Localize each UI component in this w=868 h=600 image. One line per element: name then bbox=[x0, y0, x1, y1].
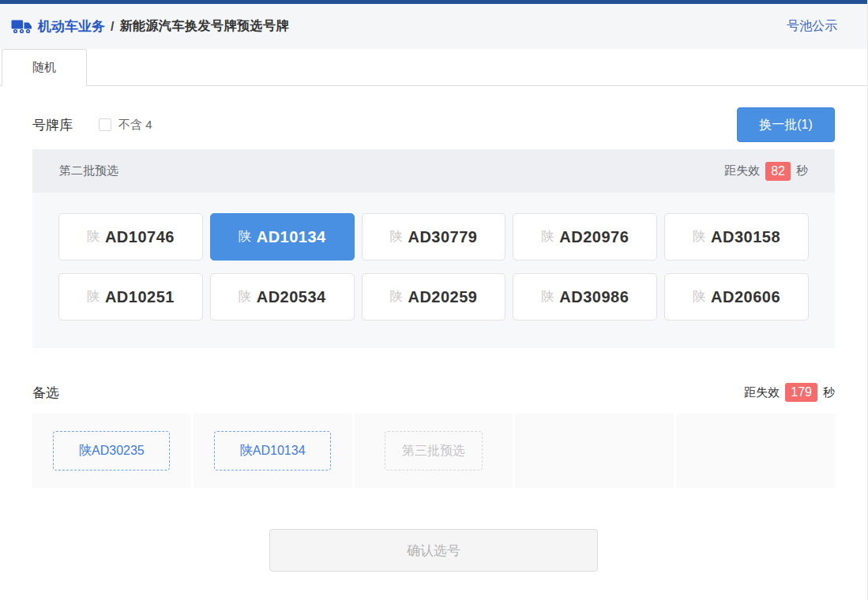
alternative-cell bbox=[676, 414, 835, 488]
alternative-cell: 第三批预选 bbox=[355, 414, 513, 488]
plate-option[interactable]: 陕 AD20606 bbox=[664, 273, 809, 321]
plate-province: 陕 bbox=[87, 289, 100, 306]
plate-number: AD10251 bbox=[105, 288, 175, 306]
refresh-batch-button[interactable]: 换一批(1) bbox=[737, 107, 835, 142]
pool-notice-link[interactable]: 号池公示 bbox=[787, 18, 837, 35]
plate-option[interactable]: 陕 AD30986 bbox=[513, 273, 657, 321]
placeholder-batch: 第三批预选 bbox=[385, 431, 483, 471]
alternatives-section: 备选 距失效 179 秒 陕AD30235陕AD10134第三批预选 bbox=[32, 383, 835, 488]
plate-province: 陕 bbox=[541, 289, 554, 306]
expire-suffix: 秒 bbox=[796, 163, 808, 178]
plate-number: AD10134 bbox=[257, 228, 326, 246]
alternative-cell: 陕AD30235 bbox=[32, 414, 191, 488]
plate-province: 陕 bbox=[87, 229, 100, 246]
plate-option[interactable]: 陕 AD20259 bbox=[362, 273, 506, 321]
toolbar: 号牌库 不含 4 换一批(1) bbox=[32, 107, 835, 142]
plate-number: AD20259 bbox=[408, 288, 477, 306]
plate-province: 陕 bbox=[389, 229, 402, 246]
exclude-4-checkbox[interactable] bbox=[99, 118, 111, 131]
alternative-plate[interactable]: 陕AD10134 bbox=[214, 431, 331, 471]
batch-section: 第二批预选 距失效 82 秒 陕 AD10746 陕 AD10134 陕 AD3… bbox=[32, 149, 835, 348]
plate-option[interactable]: 陕 AD10134 bbox=[210, 213, 355, 261]
alternatives-strip: 陕AD30235陕AD10134第三批预选 bbox=[32, 414, 835, 488]
breadcrumb-separator: / bbox=[111, 20, 114, 34]
plate-library-label: 号牌库 bbox=[32, 116, 73, 134]
batch-title: 第二批预选 bbox=[59, 163, 118, 178]
batch-expire-countdown: 距失效 82 秒 bbox=[724, 162, 808, 181]
plate-option[interactable]: 陕 AD10746 bbox=[58, 213, 203, 261]
plate-province: 陕 bbox=[389, 289, 402, 306]
batch-header: 第二批预选 距失效 82 秒 bbox=[32, 149, 835, 193]
tab-random[interactable]: 随机 bbox=[2, 49, 87, 86]
truck-icon bbox=[11, 18, 32, 35]
expire-seconds-badge: 179 bbox=[785, 383, 817, 402]
breadcrumb-root[interactable]: 机动车业务 bbox=[38, 17, 105, 36]
alternative-plate[interactable]: 陕AD30235 bbox=[53, 431, 170, 471]
tab-bar: 随机 bbox=[0, 49, 867, 86]
plate-option[interactable]: 陕 AD20976 bbox=[513, 213, 657, 261]
plate-number: AD30779 bbox=[408, 228, 477, 246]
plate-option[interactable]: 陕 AD10251 bbox=[58, 273, 203, 321]
alternative-cell bbox=[515, 414, 674, 488]
alternatives-header: 备选 距失效 179 秒 bbox=[32, 383, 835, 402]
alternative-cell: 陕AD10134 bbox=[194, 414, 352, 488]
alternatives-expire-countdown: 距失效 179 秒 bbox=[744, 383, 835, 402]
plate-option[interactable]: 陕 AD30158 bbox=[664, 213, 809, 261]
expire-seconds-badge: 82 bbox=[765, 162, 791, 181]
plate-number: AD30986 bbox=[559, 288, 629, 306]
plate-province: 陕 bbox=[693, 289, 705, 306]
plate-number: AD30158 bbox=[711, 228, 780, 246]
expire-prefix: 距失效 bbox=[724, 163, 760, 178]
plate-option[interactable]: 陕 AD30779 bbox=[362, 213, 506, 261]
plate-province: 陕 bbox=[541, 229, 554, 246]
main-content: 号牌库 不含 4 换一批(1) 第二批预选 距失效 82 秒 陕 AD10746… bbox=[0, 107, 867, 572]
plate-number: AD20534 bbox=[257, 288, 326, 306]
plate-grid: 陕 AD10746 陕 AD10134 陕 AD30779 陕 AD20976 … bbox=[32, 193, 835, 348]
page-header: 机动车业务 / 新能源汽车换发号牌预选号牌 号池公示 bbox=[0, 4, 867, 49]
plate-province: 陕 bbox=[239, 229, 251, 246]
page-title: 新能源汽车换发号牌预选号牌 bbox=[119, 18, 289, 35]
alternatives-title: 备选 bbox=[32, 384, 59, 402]
plate-number: AD20976 bbox=[559, 228, 629, 246]
exclude-4-label[interactable]: 不含 4 bbox=[118, 118, 152, 133]
plate-option[interactable]: 陕 AD20534 bbox=[210, 273, 355, 321]
plate-province: 陕 bbox=[693, 229, 705, 246]
plate-number: AD10746 bbox=[105, 228, 175, 246]
expire-prefix: 距失效 bbox=[744, 385, 780, 400]
plate-province: 陕 bbox=[239, 289, 251, 306]
expire-suffix: 秒 bbox=[823, 385, 835, 400]
confirm-selection-button[interactable]: 确认选号 bbox=[269, 529, 598, 572]
plate-number: AD20606 bbox=[711, 288, 780, 306]
